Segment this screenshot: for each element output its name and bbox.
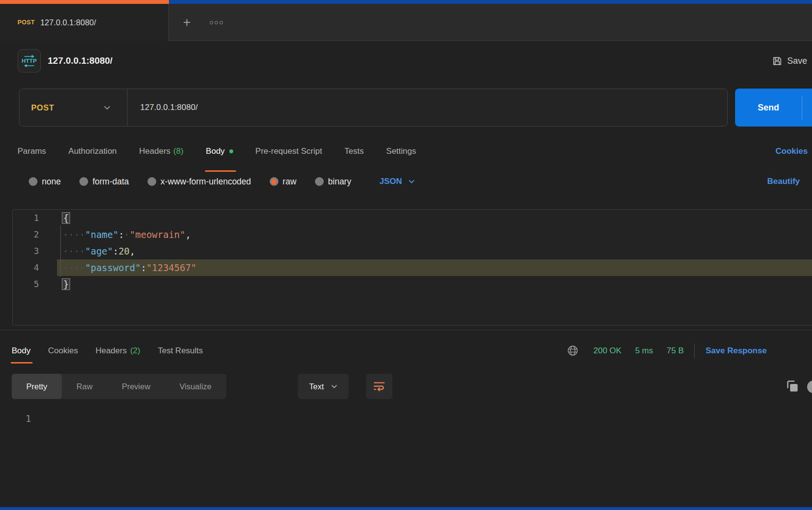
word-wrap-button[interactable]: [366, 374, 392, 399]
editor-line-current: 4 ····"password":"1234567": [13, 259, 812, 276]
request-header: HTTP 127.0.0.1:8080/ Save: [0, 47, 812, 75]
editor-line: 2 ····"name":·"meowrain",: [13, 226, 812, 243]
response-time[interactable]: 5 ms: [635, 346, 653, 356]
response-body-viewer[interactable]: 1: [0, 409, 812, 507]
response-tab-test-results[interactable]: Test Results: [158, 338, 203, 364]
request-body-editor[interactable]: 1 { 2 ····"name":·"meowrain", 3 ····"age…: [12, 209, 812, 326]
json-string-value: "1234567": [147, 262, 197, 273]
view-preview[interactable]: Preview: [107, 374, 165, 399]
request-url-bar: POST 127.0.0.1:8080/: [19, 89, 728, 127]
json-key: "password": [85, 262, 141, 273]
tab-params[interactable]: Params: [18, 143, 46, 160]
response-meta: 200 OK 5 ms 75 B Save Response: [567, 338, 767, 364]
response-line-number: 1: [0, 409, 31, 424]
view-visualize[interactable]: Visualize: [165, 374, 226, 399]
mode-binary[interactable]: binary: [315, 177, 351, 187]
response-size[interactable]: 75 B: [667, 346, 684, 356]
editor-line: 3 ····"age":20,: [13, 243, 812, 259]
response-headers-count: (2): [130, 346, 140, 356]
new-tab-button[interactable]: +: [175, 11, 199, 34]
tab-settings[interactable]: Settings: [386, 143, 416, 160]
copy-button[interactable]: [785, 379, 800, 394]
line-number: 2: [13, 226, 39, 243]
meta-divider: [694, 344, 695, 358]
request-title: 127.0.0.1:8080/: [48, 55, 112, 66]
network-globe-icon[interactable]: [567, 345, 579, 357]
mode-form-data[interactable]: form-data: [79, 177, 129, 187]
tab-title: 127.0.0.1:8080/: [40, 18, 96, 27]
indent-dots: ····: [63, 262, 85, 273]
radio-icon: [315, 177, 324, 186]
view-pretty[interactable]: Pretty: [12, 374, 62, 399]
save-response-link[interactable]: Save Response: [705, 346, 767, 356]
tab-tests[interactable]: Tests: [345, 143, 364, 160]
unsaved-changes-dot: [229, 149, 233, 153]
response-tab-headers[interactable]: Headers (2): [95, 338, 140, 364]
tab-options-button[interactable]: [204, 11, 228, 34]
request-tab-active[interactable]: POST 127.0.0.1:8080/: [0, 4, 169, 41]
window-bottom-strip: [0, 507, 812, 510]
view-mode-segmented-control: Pretty Raw Preview Visualize: [12, 374, 226, 399]
arrow-right-icon: [23, 55, 35, 58]
copy-icon: [785, 379, 800, 394]
tab-headers[interactable]: Headers (8): [139, 143, 184, 160]
method-dropdown[interactable]: POST: [19, 89, 127, 126]
cookies-link[interactable]: Cookies: [775, 143, 808, 160]
status-badge[interactable]: 200 OK: [593, 346, 622, 356]
tab-method-badge: POST: [18, 19, 35, 26]
more-options-icon: [210, 21, 213, 24]
url-input[interactable]: 127.0.0.1:8080/: [127, 89, 727, 126]
radio-icon: [29, 177, 37, 186]
request-tab-bar: POST 127.0.0.1:8080/ +: [0, 4, 812, 41]
plus-icon: +: [183, 15, 191, 30]
save-floppy-icon: [772, 55, 783, 67]
tab-body[interactable]: Body: [206, 143, 233, 160]
line-number: 4: [13, 259, 39, 276]
indent-dots: ····: [63, 246, 85, 256]
format-label: JSON: [379, 177, 402, 186]
mode-raw[interactable]: raw: [270, 177, 296, 187]
response-header: Body Cookies Headers (2) Test Results 20…: [0, 338, 812, 364]
chevron-down-icon: [104, 106, 111, 110]
line-number: 1: [13, 210, 39, 226]
panel-splitter[interactable]: [0, 330, 812, 330]
mode-x-www-form-urlencoded[interactable]: x-www-form-urlencoded: [148, 177, 251, 187]
open-brace: {: [62, 212, 70, 224]
send-split-divider: [802, 95, 802, 120]
method-label: POST: [31, 103, 54, 112]
save-button-label: Save: [787, 56, 807, 66]
chevron-down-icon: [331, 384, 337, 388]
send-button[interactable]: Send: [735, 89, 812, 127]
url-value: 127.0.0.1:8080/: [140, 103, 198, 112]
search-icon[interactable]: [807, 381, 812, 393]
chevron-down-icon: [408, 180, 415, 183]
tab-pre-request-script[interactable]: Pre-request Script: [256, 143, 322, 160]
save-button[interactable]: Save: [772, 47, 807, 75]
json-string-value: "meowrain": [129, 229, 185, 240]
response-format-dropdown[interactable]: Text: [298, 374, 349, 399]
space-dot: ·: [124, 229, 129, 240]
response-toolbar: Pretty Raw Preview Visualize Text: [0, 374, 812, 399]
http-badge-label: HTTP: [21, 58, 37, 64]
response-tab-body[interactable]: Body: [12, 338, 31, 364]
beautify-link[interactable]: Beautify: [767, 177, 800, 186]
bracket-pair-guide: [60, 225, 61, 277]
response-tab-cookies[interactable]: Cookies: [48, 338, 78, 364]
arrow-left-icon: [23, 64, 35, 67]
json-number-value: 20: [118, 246, 129, 256]
format-dropdown[interactable]: JSON: [379, 177, 414, 186]
window-blue-strip: [169, 0, 812, 4]
tab-authorization[interactable]: Authorization: [69, 143, 117, 160]
request-tabs-row: Params Authorization Headers (8) Body Pr…: [0, 136, 812, 173]
view-raw[interactable]: Raw: [62, 374, 107, 399]
mode-none[interactable]: none: [29, 177, 61, 187]
editor-line: 1 {: [13, 210, 812, 226]
window-top-strip: [0, 0, 812, 4]
word-wrap-icon: [372, 381, 386, 392]
radio-icon: [148, 177, 156, 186]
json-key: "name": [85, 229, 119, 240]
editor-line: 5 }: [13, 276, 812, 292]
json-key: "age": [85, 246, 113, 256]
http-request-icon: HTTP: [18, 49, 41, 73]
line-number: 5: [13, 276, 39, 292]
